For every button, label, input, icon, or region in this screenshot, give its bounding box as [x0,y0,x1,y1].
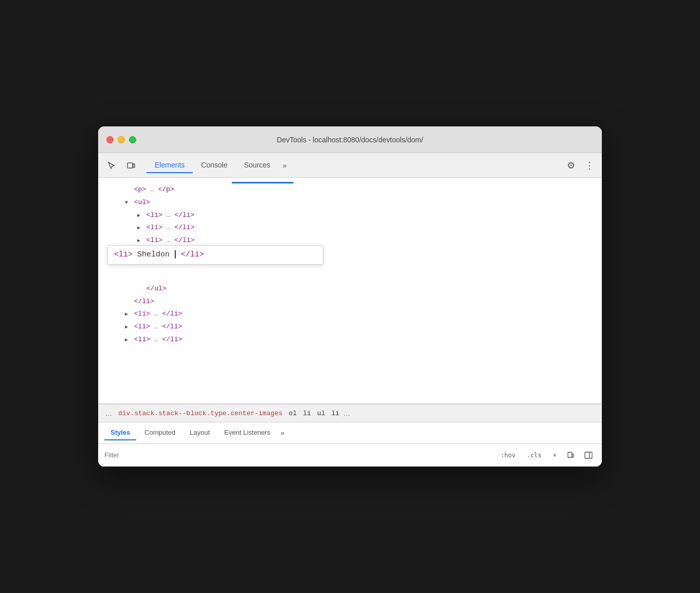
filter-input[interactable] [104,451,492,459]
ellipsis-li-1: … [167,211,171,219]
close-tag-li-6: </li> [162,336,182,343]
close-tag-p: </p> [158,186,174,193]
edit-overlay[interactable]: <li> Sheldon </li> [107,245,323,265]
tab-console[interactable]: Console [193,158,235,173]
tag-ul-close: </ul> [146,285,167,292]
close-tag-li-2: </li> [174,224,194,231]
tag-li-close: </li> [134,298,154,305]
breadcrumb-dots[interactable]: … [102,409,115,418]
tab-computed[interactable]: Computed [138,425,181,440]
breadcrumb-bar: … div.stack.stack--block.type.center-ima… [98,404,602,422]
tag-p: <p> [134,186,146,193]
ellipsis-li-6: … [154,336,158,343]
arrow-li-3[interactable]: ▶ [135,237,142,245]
window-controls [106,136,136,143]
dom-line-li-2[interactable]: ▶ <li> … </li> [98,221,602,234]
sidebar-icon [584,451,593,459]
dom-line-li-1[interactable]: ▶ <li> … </li> [98,209,602,222]
arrow-li-2[interactable]: ▶ [135,224,142,232]
dom-line-li-sheldon[interactable]: ▼ <li> Sheldon </li> [98,247,602,260]
tag-li-3: <li> [146,236,162,244]
dom-line-li-4[interactable]: ▶ <li> … </li> [98,308,602,321]
dom-line-li-close: </li> [98,295,602,308]
elements-panel: <p> … </p> ▼ <ul> ▶ <li> … </li> ▶ <li> … [98,178,602,404]
svg-rect-3 [585,452,592,458]
dom-line-ul-close: </ul> [98,283,602,295]
ellipsis-li-2: … [167,224,171,231]
tag-li-4: <li> [134,310,150,318]
breadcrumb-more[interactable]: … [343,410,350,417]
device-icon [126,161,136,170]
edit-li-open: <li> [114,250,133,259]
ellipsis-li-4: … [154,310,158,318]
cls-button[interactable]: .cls [523,450,546,461]
breadcrumb-ul[interactable]: ul [317,410,325,417]
inspect-element-button[interactable] [102,156,121,175]
toolbar-tabs: Elements Console Sources » [146,158,561,173]
tab-elements[interactable]: Elements [146,158,193,173]
tag-li-2: <li> [146,224,162,231]
paint-icon [567,451,575,459]
arrow-li-1[interactable]: ▶ [135,212,142,220]
close-tag-li-5: </li> [162,323,182,330]
tab-event-listeners[interactable]: Event Listeners [218,425,277,440]
paint-icon-button[interactable] [564,448,578,462]
filter-bar: :hov .cls + [98,444,602,467]
breadcrumb-div[interactable]: div.stack.stack--block.type.center-image… [118,410,283,417]
arrow-li-4[interactable]: ▶ [123,310,130,319]
styles-tabs-more[interactable]: » [281,429,284,437]
tag-li-5: <li> [134,323,150,330]
toolbar-icons [102,156,140,175]
maximize-button[interactable] [129,136,136,143]
sidebar-icon-button[interactable] [581,448,596,462]
ellipsis: … [150,186,158,193]
toolbar-right: ⚙ ⋮ [563,157,598,174]
close-tag-li-3: </li> [174,236,194,244]
arrow-ul[interactable]: ▼ [123,199,130,207]
cursor-icon [107,161,116,170]
tab-styles[interactable]: Styles [104,425,136,440]
dom-line-top[interactable]: <p> … </p> [98,183,602,196]
tag-li-1: <li> [146,211,162,219]
dom-line-ul[interactable]: ▼ <ul> [98,196,602,209]
tab-layout[interactable]: Layout [183,425,216,440]
edit-li-close: </li> [181,250,204,259]
more-menu-button[interactable]: ⋮ [581,157,598,174]
close-tag-li-1: </li> [174,211,194,219]
edit-cursor [175,250,176,258]
styles-tabs: Styles Computed Layout Event Listeners » [98,422,602,444]
breadcrumb-li-2[interactable]: li [331,410,340,417]
devtools-main: Elements Console Sources » ⚙ ⋮ <p> … </p… [98,153,602,467]
devtools-toolbar: Elements Console Sources » ⚙ ⋮ [98,153,602,178]
devtools-window: DevTools - localhost:8080/docs/devtools/… [98,126,602,467]
minimize-button[interactable] [118,136,125,143]
title-bar: DevTools - localhost:8080/docs/devtools/… [98,126,602,153]
tag-ul-open: <ul> [134,198,150,206]
tab-sources[interactable]: Sources [236,158,279,173]
styles-panel: Styles Computed Layout Event Listeners »… [98,422,602,467]
dom-line-li-6[interactable]: ▶ <li> … </li> [98,333,602,346]
breadcrumb-ol[interactable]: ol [289,410,297,417]
svg-rect-0 [127,163,133,168]
arrow-li-6[interactable]: ▶ [123,336,130,344]
window-title: DevTools - localhost:8080/docs/devtools/… [277,136,423,144]
close-button[interactable] [106,136,114,143]
breadcrumb-li-1[interactable]: li [303,410,311,417]
ellipsis-li-3: … [167,236,171,244]
filter-actions: :hov .cls + [496,448,596,462]
hov-button[interactable]: :hov [496,450,520,461]
settings-button[interactable]: ⚙ [563,157,579,174]
close-tag-li-4: </li> [162,310,182,318]
svg-rect-1 [133,164,135,168]
tabs-more-button[interactable]: » [279,158,291,173]
svg-rect-2 [568,452,572,457]
edit-text-sheldon: Sheldon [137,250,170,259]
ellipsis-li-5: … [154,323,158,330]
tag-li-6: <li> [134,336,150,343]
arrow-li-5[interactable]: ▶ [123,323,130,331]
device-toolbar-button[interactable] [122,156,140,175]
dom-line-li-5[interactable]: ▶ <li> … </li> [98,321,602,333]
add-style-button[interactable]: + [549,450,561,461]
